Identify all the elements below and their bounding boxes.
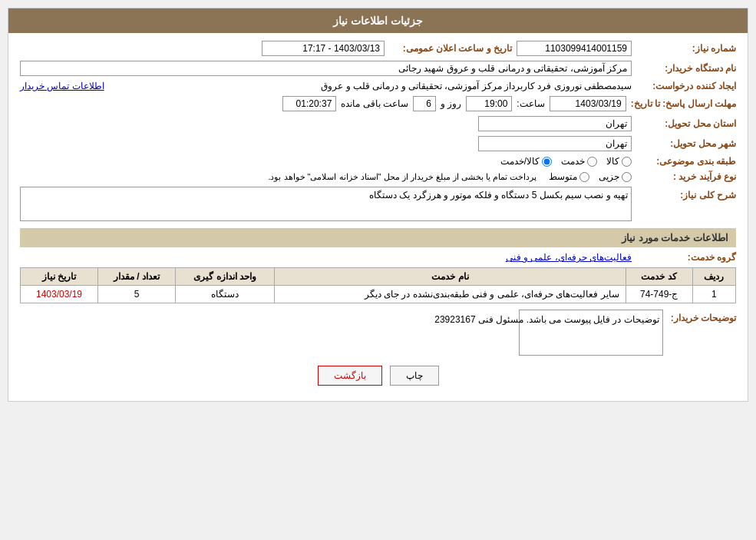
description-section: شرح کلی نیاز: تهیه و نصب سیم بکسل 5 دستگ… [20, 187, 736, 224]
city-row: شهر محل تحویل: تهران [20, 136, 736, 151]
deadline-time-label: ساعت: [517, 98, 544, 109]
radio-khadamat-label: خدمت [561, 156, 585, 167]
deadline-time: 19:00 [466, 96, 512, 111]
purchase-type-label: نوع فرآیند خرید : [636, 171, 736, 182]
deadline-remaining-label: ساعت باقی مانده [341, 98, 408, 109]
city-label: شهر محل تحویل: [636, 138, 736, 149]
deadline-row: مهلت ارسال پاسخ: تا تاریخ: 1403/03/19 سا… [20, 96, 736, 111]
service-group-label: گروه خدمت: [636, 252, 736, 263]
comments-label: توضیحات خریدار: [671, 310, 736, 358]
province-value: تهران [478, 116, 632, 131]
cell-radif: 1 [692, 286, 735, 303]
service-group-row: گروه خدمت: فعالیت‌های حرفه‌ای، علمی و فن… [20, 252, 736, 263]
creator-label: ایجاد کننده درخواست: [636, 81, 736, 91]
deadline-days-label: روز و [441, 98, 461, 109]
col-unit: واحد اندازه گیری [175, 268, 274, 286]
deadline-days: 6 [413, 96, 436, 111]
table-row: 1 ج-749-74 سایر فعالیت‌های حرفه‌ای، علمی… [21, 286, 736, 303]
print-button[interactable]: چاپ [390, 366, 439, 386]
radio-jozyi: جزیی [599, 171, 632, 182]
cell-unit: دستگاه [175, 286, 274, 303]
city-value: تهران [478, 136, 632, 151]
radio-kala-khadamat: کالا/خدمت [500, 156, 552, 167]
deadline-date: 1403/03/19 [550, 96, 626, 111]
announcement-label: تاریخ و ساعت اعلان عمومی: [389, 43, 512, 54]
radio-kala-khadamat-input[interactable] [542, 157, 552, 167]
page-title: جزئیات اطلاعات نیاز [333, 15, 423, 27]
province-row: استان محل تحویل: تهران [20, 116, 736, 131]
content-area: شماره نیاز: 1103099414001159 تاریخ و ساع… [8, 33, 748, 401]
cell-service-code: ج-749-74 [626, 286, 692, 303]
cell-service-name: سایر فعالیت‌های حرفه‌ای، علمی و فنی طبقه… [275, 286, 626, 303]
radio-motevaset: متوسط [549, 171, 589, 182]
radio-kala-khadamat-label: کالا/خدمت [500, 156, 540, 167]
col-date: تاریخ نیاز [21, 268, 98, 286]
need-number-label: شماره نیاز: [636, 43, 736, 54]
need-number-row: شماره نیاز: 1103099414001159 تاریخ و ساع… [20, 41, 736, 56]
creator-value: سیدمصطفی نوروزی فرد کاربرداز مرکز آموزشی… [109, 81, 632, 91]
province-label: استان محل تحویل: [636, 118, 736, 129]
radio-motevaset-input[interactable] [579, 172, 589, 182]
radio-kala-input[interactable] [622, 157, 632, 167]
radio-kala-label: کالا [606, 156, 619, 167]
main-container: جزئیات اطلاعات نیاز شماره نیاز: 11030994… [8, 8, 748, 402]
services-section-label: اطلاعات خدمات مورد نیاز [622, 232, 728, 243]
classification-row: طبقه بندی موضوعی: کالا خدمت کالا/خدمت [20, 156, 736, 167]
announcement-value: 1403/03/13 - 17:17 [262, 41, 385, 56]
services-table: ردیف کد خدمت نام خدمت واحد اندازه گیری ت… [20, 267, 736, 303]
need-number-value: 1103099414001159 [517, 41, 632, 56]
requester-row: نام دستگاه خریدار: مرکز آموزشی، تحقیقاتی… [20, 61, 736, 76]
radio-khadamat: خدمت [561, 156, 597, 167]
cell-date: 1403/03/19 [21, 286, 98, 303]
cell-count: 5 [98, 286, 176, 303]
page-header: جزئیات اطلاعات نیاز [8, 8, 748, 33]
col-service-name: نام خدمت [275, 268, 626, 286]
radio-kala: کالا [606, 156, 632, 167]
requester-value: مرکز آموزشی، تحقیقاتی و درمانی قلب و عرو… [20, 61, 632, 76]
classification-label: طبقه بندی موضوعی: [636, 156, 736, 167]
description-value: تهیه و نصب سیم بکسل 5 دستگاه و فلکه موتو… [369, 190, 628, 200]
radio-motevaset-label: متوسط [549, 171, 577, 182]
deadline-label: مهلت ارسال پاسخ: تا تاریخ: [631, 98, 736, 109]
contact-link[interactable]: اطلاعات تماس خریدار [20, 81, 104, 91]
service-group-value[interactable]: فعالیت‌های حرفه‌ای، علمی و فنی [506, 252, 632, 263]
services-section-header: اطلاعات خدمات مورد نیاز [20, 228, 736, 247]
services-table-section: ردیف کد خدمت نام خدمت واحد اندازه گیری ت… [20, 267, 736, 303]
radio-jozyi-input[interactable] [622, 172, 632, 182]
col-radif: ردیف [692, 268, 735, 286]
purchase-type-row: نوع فرآیند خرید : جزیی متوسط پرداخت تمام… [20, 171, 736, 182]
comments-section: توضیحات خریدار: توضیحات در فایل پیوست می… [20, 310, 736, 358]
purchase-text: پرداخت تمام یا بخشی از مبلغ خریدار از مح… [268, 172, 536, 182]
requester-label: نام دستگاه خریدار: [636, 63, 736, 74]
buttons-row: چاپ بازگشت [20, 366, 736, 386]
description-label: شرح کلی نیاز: [636, 187, 736, 200]
creator-row: ایجاد کننده درخواست: سیدمصطفی نوروزی فرد… [20, 81, 736, 91]
col-count: تعداد / مقدار [98, 268, 176, 286]
col-service-code: کد خدمت [626, 268, 692, 286]
deadline-remaining: 01:20:37 [282, 96, 336, 111]
radio-khadamat-input[interactable] [587, 157, 597, 167]
page-wrapper: جزئیات اطلاعات نیاز شماره نیاز: 11030994… [0, 0, 756, 540]
back-button[interactable]: بازگشت [318, 366, 382, 386]
comments-value: توضیحات در فایل پیوست می باشد. مسئول فنی… [434, 313, 659, 327]
radio-jozyi-label: جزیی [599, 171, 619, 182]
classification-radio-group: کالا خدمت کالا/خدمت [500, 156, 632, 167]
purchase-type-radio-group: جزیی متوسط [549, 171, 632, 182]
